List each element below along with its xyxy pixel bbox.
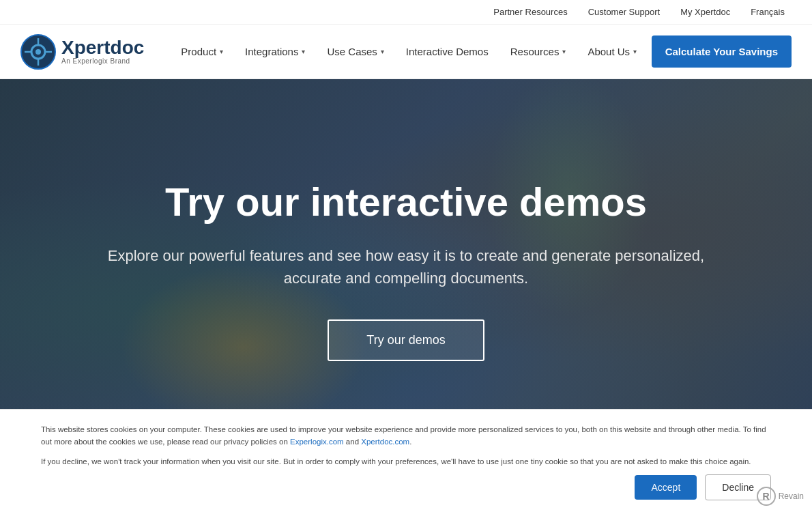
hero-title: Try our interactive demos xyxy=(99,180,713,225)
top-bar: Partner Resources Customer Support My Xp… xyxy=(0,0,812,25)
nav-items: Product ▾ Integrations ▾ Use Cases ▾ Int… xyxy=(171,40,651,63)
revain-icon: R xyxy=(757,487,776,506)
francais-link[interactable]: Français xyxy=(751,7,785,17)
main-nav: Xpertdoc An Experlogix Brand Product ▾ I… xyxy=(0,25,812,79)
logo-sub: An Experlogix Brand xyxy=(61,57,144,65)
cookie-text-primary: This website stores cookies on your comp… xyxy=(41,423,771,448)
hero-section: Try our interactive demos Explore our po… xyxy=(0,79,812,461)
nav-item-product[interactable]: Product ▾ xyxy=(171,40,233,63)
customer-support-link[interactable]: Customer Support xyxy=(588,7,661,17)
accept-button[interactable]: Accept xyxy=(635,475,697,500)
xpertdoc-link[interactable]: Xpertdoc.com xyxy=(361,438,409,446)
nav-item-use-cases[interactable]: Use Cases ▾ xyxy=(317,40,393,63)
chevron-down-icon: ▾ xyxy=(302,48,305,55)
logo[interactable]: Xpertdoc An Experlogix Brand xyxy=(20,34,144,70)
nav-item-resources[interactable]: Resources ▾ xyxy=(501,40,576,63)
my-xpertdoc-link[interactable]: My Xpertdoc xyxy=(680,7,730,17)
revain-badge: R Revain xyxy=(757,487,804,506)
chevron-down-icon: ▾ xyxy=(220,48,223,55)
nav-item-integrations[interactable]: Integrations ▾ xyxy=(235,40,315,63)
svg-point-6 xyxy=(35,49,41,55)
nav-item-about-us[interactable]: About Us ▾ xyxy=(578,40,646,63)
hero-content: Try our interactive demos Explore our po… xyxy=(44,180,768,361)
chevron-down-icon: ▾ xyxy=(633,48,637,55)
logo-name: Xpertdoc xyxy=(61,38,144,57)
cookie-text-secondary: If you decline, we won't track your info… xyxy=(41,455,771,468)
calculate-savings-button[interactable]: Calculate Your Savings xyxy=(652,35,792,68)
cookie-banner: This website stores cookies on your comp… xyxy=(0,409,812,514)
experlogix-link[interactable]: Experlogix.com xyxy=(290,438,344,446)
hero-subtitle: Explore our powerful features and see ho… xyxy=(99,244,713,289)
logo-icon xyxy=(20,34,56,70)
logo-text: Xpertdoc An Experlogix Brand xyxy=(61,38,144,65)
revain-label: Revain xyxy=(779,491,804,501)
chevron-down-icon: ▾ xyxy=(381,48,384,55)
try-demos-button[interactable]: Try our demos xyxy=(328,319,484,361)
partner-resources-link[interactable]: Partner Resources xyxy=(493,7,567,17)
cookie-actions: Accept Decline xyxy=(41,474,771,500)
chevron-down-icon: ▾ xyxy=(562,48,566,55)
nav-item-interactive-demos[interactable]: Interactive Demos xyxy=(396,40,498,63)
